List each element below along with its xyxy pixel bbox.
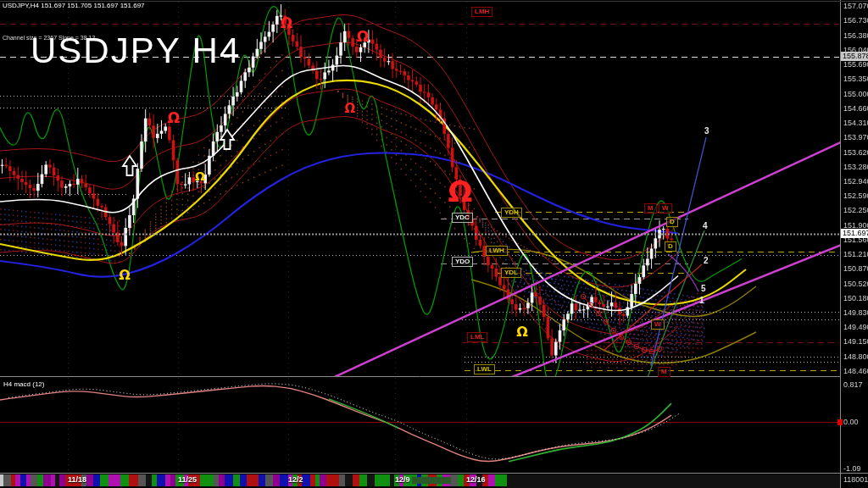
price-axis-label: 152.940: [843, 178, 868, 186]
indicator-scale-bottom: -1.09: [843, 465, 861, 473]
pivot-label-d[interactable]: D: [665, 241, 676, 252]
price-axis-label: 152.590: [843, 192, 868, 200]
indicator-scale-top: 0.817: [843, 381, 863, 389]
chart-title: USDJPY H4: [31, 30, 241, 71]
wave-label-4[interactable]: 4: [703, 221, 708, 230]
pivot-label-w[interactable]: W: [651, 319, 665, 330]
price-axis-label: 150.870: [843, 265, 868, 273]
pivot-label-ydh[interactable]: YDH: [501, 208, 522, 218]
indicator-label: H4 macd (12): [3, 380, 44, 388]
price-axis-label: 153.620: [843, 149, 868, 157]
price-axis-label: 149.490: [843, 324, 868, 331]
pivot-label-ydc[interactable]: YDC: [452, 213, 473, 223]
pivot-label-d[interactable]: D: [666, 217, 678, 227]
pivot-label-lwl[interactable]: LWL: [474, 364, 495, 374]
price-axis-label: 153.280: [843, 164, 868, 171]
date-label: 11/18: [68, 475, 86, 484]
wave-label-5[interactable]: 5: [701, 284, 706, 293]
pivot-label-m[interactable]: M: [644, 203, 657, 214]
price-tag-current: 151.697: [841, 229, 868, 238]
date-label: 11/25: [178, 475, 197, 484]
price-tag-level: 155.878: [841, 52, 868, 61]
indicator-scale-zero: 0.00: [843, 419, 859, 426]
price-axis-label: 154.310: [843, 119, 868, 127]
pivot-label-ydl[interactable]: YDL: [501, 268, 521, 278]
price-axis-label: 157.070: [843, 3, 868, 10]
wave-label-2[interactable]: 2: [704, 256, 709, 265]
chart-canvas[interactable]: [0, 0, 868, 488]
symbol-ohlc-info: USDJPY,H4 151.697 151.705 151.697 151.69…: [3, 2, 145, 9]
indicator-scale-end: 118001: [843, 476, 868, 484]
pivot-label-lwh[interactable]: LWH: [486, 246, 508, 256]
date-label: 12/2: [288, 475, 303, 484]
price-axis-label: 149.150: [843, 338, 868, 346]
price-axis-label: 154.660: [843, 105, 868, 113]
price-axis-label: 156.730: [843, 17, 868, 25]
pivot-label-w[interactable]: W: [659, 203, 672, 214]
price-axis-label: 149.830: [843, 309, 868, 317]
price-axis-label: 148.800: [843, 353, 868, 361]
price-axis-label: 151.210: [843, 251, 868, 258]
price-axis-label: 156.380: [843, 32, 868, 40]
price-axis-label: 150.520: [843, 280, 868, 288]
price-axis-label: 155.350: [843, 75, 868, 83]
price-axis-label: 150.180: [843, 295, 868, 302]
indicator-zero-mark: [837, 419, 843, 425]
pivot-label-lml[interactable]: LML: [467, 332, 487, 342]
price-axis-label: 155.000: [843, 91, 868, 98]
wave-label-3[interactable]: 3: [704, 126, 709, 136]
price-axis-label: 155.690: [843, 61, 868, 69]
wave-label-1[interactable]: 1: [699, 296, 704, 305]
mt4-chart-window: USDJPY,H4 151.697 151.705 151.697 151.69…: [0, 0, 868, 488]
price-axis-label: 153.970: [843, 134, 868, 141]
pivot-label-ydo[interactable]: YDO: [452, 257, 473, 267]
date-label: 12/16: [466, 475, 486, 484]
price-axis-label: 152.250: [843, 207, 868, 214]
price-axis-label: 148.460: [843, 368, 868, 375]
pivot-label-m[interactable]: M: [658, 367, 670, 377]
pivot-label-lmh[interactable]: LMH: [471, 7, 492, 17]
date-label: 12/9: [395, 475, 410, 484]
